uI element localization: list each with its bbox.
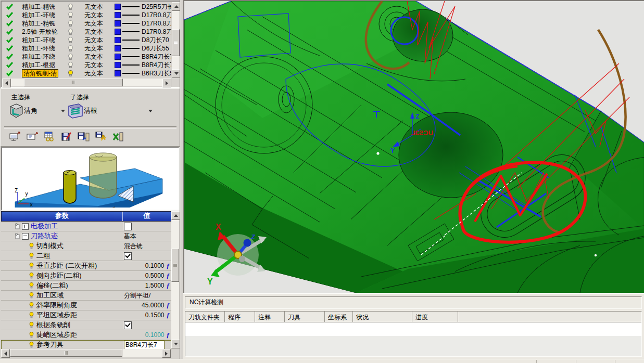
bulb-icon[interactable] xyxy=(68,29,73,35)
bulb-icon[interactable] xyxy=(68,4,73,10)
operation-row[interactable]: 精加工-精铣 无文本 D25R5刀长75 xyxy=(3,3,171,11)
param-row[interactable]: 陡峭区域步距 0.1000ƒ xyxy=(1,330,171,340)
nc-column-header[interactable]: 程序 xyxy=(225,312,255,322)
nc-column-header[interactable]: 坐标系 xyxy=(325,312,353,322)
post-process-button[interactable] xyxy=(94,131,108,143)
svg-text:X: X xyxy=(216,223,221,231)
selection-toolbar xyxy=(8,131,125,143)
scroll-right-button[interactable] xyxy=(162,79,171,87)
scroll-thumb[interactable] xyxy=(172,29,180,56)
main-select-value: 清角 xyxy=(24,106,37,115)
params-hscrollbar[interactable] xyxy=(1,349,171,357)
operation-tool: D25R5刀长75 xyxy=(142,3,171,11)
operation-tool: D17R0.8刀长75 xyxy=(142,28,171,36)
operation-name: 粗加工-环绕 xyxy=(22,53,68,61)
nc-column-header[interactable]: 状况 xyxy=(353,312,412,322)
nc-column-header[interactable]: 刀具 xyxy=(285,312,325,322)
param-row[interactable]: 平坦区域步距 0.1500ƒ xyxy=(1,310,171,320)
formula-icon[interactable]: ƒ xyxy=(167,311,170,319)
param-row[interactable]: 斜率限制角度 45.0000ƒ xyxy=(1,301,171,310)
operation-name: 精加工-根据 xyxy=(22,61,68,70)
scroll-thumb[interactable] xyxy=(24,79,123,86)
export-close-button[interactable] xyxy=(111,131,125,143)
scroll-left-button[interactable] xyxy=(1,349,10,358)
svg-text:Y: Y xyxy=(390,147,395,154)
operation-row-selected[interactable]: 清角铣削-清 无文本 B6R3刀长55 xyxy=(3,69,171,77)
oplist-vscrollbar[interactable] xyxy=(172,2,180,78)
formula-icon[interactable]: ƒ xyxy=(167,271,170,280)
check-icon xyxy=(6,37,13,43)
toolpath-line-sample xyxy=(122,64,140,66)
svg-text:Z: Z xyxy=(15,188,18,193)
bulb-icon[interactable] xyxy=(68,20,73,27)
3d-viewport[interactable]: Z Y UCS3L X Y Z xyxy=(183,0,644,293)
show-toolpath-button[interactable] xyxy=(8,131,22,143)
preview-illustration: Z y x xyxy=(2,148,176,208)
param-row[interactable]: 二粗 xyxy=(1,251,171,261)
scroll-left-button[interactable] xyxy=(2,79,11,87)
checkbox[interactable] xyxy=(124,223,132,230)
operation-row[interactable]: 精加工-精铣 无文本 D17R0.8刀长75 xyxy=(3,19,171,28)
param-row[interactable]: 刀路轨迹 基本 xyxy=(1,231,171,241)
scroll-thumb[interactable] xyxy=(171,249,179,282)
operation-name: 2.5轴-开放轮 xyxy=(22,28,68,36)
oplist-hscrollbar[interactable] xyxy=(2,79,171,86)
scroll-down-button[interactable] xyxy=(171,340,180,348)
formula-icon[interactable]: ƒ xyxy=(167,281,170,290)
export-save-button[interactable] xyxy=(77,131,91,143)
bulb-icon[interactable] xyxy=(68,37,73,44)
operation-row[interactable]: 粗加工-环绕 无文本 D17R0.8刀长75 xyxy=(3,11,171,19)
param-row[interactable]: 加工区域 分割平坦/ xyxy=(1,291,171,301)
params-vscrollbar[interactable] xyxy=(171,211,179,348)
nc-column-header[interactable]: 注释 xyxy=(255,312,285,322)
scroll-right-button[interactable] xyxy=(162,349,171,358)
toolpath-color-swatch xyxy=(115,12,121,18)
toolpath-color-swatch xyxy=(115,29,121,35)
param-row[interactable]: 电极加工 xyxy=(1,222,171,231)
operation-row[interactable]: 粗加工-环绕 无文本 B8R4刀长70 xyxy=(3,53,171,61)
operation-row[interactable]: 精加工-根据 无文本 B8R4刀长70 xyxy=(3,61,171,69)
checkbox[interactable] xyxy=(124,321,132,329)
toolpath-color-swatch xyxy=(115,54,121,60)
formula-icon[interactable]: ƒ xyxy=(167,262,170,270)
bulb-icon[interactable] xyxy=(68,54,73,60)
checkbox[interactable] xyxy=(124,252,132,260)
svg-text:Y: Y xyxy=(207,277,213,286)
operation-row[interactable]: 2.5轴-开放轮 无文本 D17R0.8刀长75 xyxy=(3,28,171,36)
bulb-icon[interactable] xyxy=(68,45,73,52)
show-report-button[interactable] xyxy=(26,131,39,143)
browse-table-button[interactable] xyxy=(43,131,56,143)
param-row[interactable]: 垂直步距 (二次开粗) 0.1000ƒ xyxy=(1,261,171,271)
scroll-thumb[interactable] xyxy=(10,349,122,357)
param-row[interactable]: 偏移(二粗) 1.5000ƒ xyxy=(1,281,171,291)
clear-root-icon xyxy=(66,102,85,120)
operation-preview-panel: Z y x xyxy=(1,147,180,211)
operation-comment: 无文本 xyxy=(84,69,108,78)
nc-column-header[interactable]: 进度 xyxy=(412,312,458,322)
formula-icon[interactable]: ƒ xyxy=(167,331,170,339)
operation-comment: 无文本 xyxy=(84,11,108,20)
operation-row[interactable]: 粗加工-环绕 无文本 D8刀长70 xyxy=(3,36,171,44)
main-select-dropdown[interactable]: 清角 xyxy=(7,101,67,120)
operation-comment: 无文本 xyxy=(84,53,108,61)
bulb-icon[interactable] xyxy=(68,70,73,77)
collapse-icon[interactable] xyxy=(22,233,29,240)
main-select-label: 主选择 xyxy=(11,93,30,102)
nc-column-header[interactable]: 刀轨文件夹 xyxy=(185,312,225,322)
arrow-right-icon xyxy=(165,352,168,356)
show-report-icon xyxy=(26,131,39,142)
bulb-icon[interactable] xyxy=(68,62,73,69)
sub-select-dropdown[interactable]: 清根 xyxy=(66,101,154,120)
formula-icon[interactable]: ƒ xyxy=(167,301,170,309)
operation-row[interactable]: 粗加工-环绕 无文本 D6刀长55 xyxy=(3,44,171,53)
bulb-icon[interactable] xyxy=(68,12,73,19)
save-edit-button[interactable] xyxy=(60,131,73,143)
reference-tool-input[interactable]: B8R4刀长7 xyxy=(124,341,165,349)
nc-check-panel: NC计算检测 刀轨文件夹 程序 注释 刀具 坐标系 状况 进度 xyxy=(183,293,644,359)
param-row[interactable]: 切削模式 混合铣 xyxy=(1,241,171,251)
param-row[interactable]: 根据条铣削 xyxy=(1,320,171,330)
expand-icon[interactable] xyxy=(22,223,29,230)
scroll-up-button[interactable] xyxy=(171,211,180,220)
param-row[interactable]: 侧向步距(二粗) 0.5000ƒ xyxy=(1,271,171,281)
toolpath-line-sample xyxy=(122,73,140,74)
